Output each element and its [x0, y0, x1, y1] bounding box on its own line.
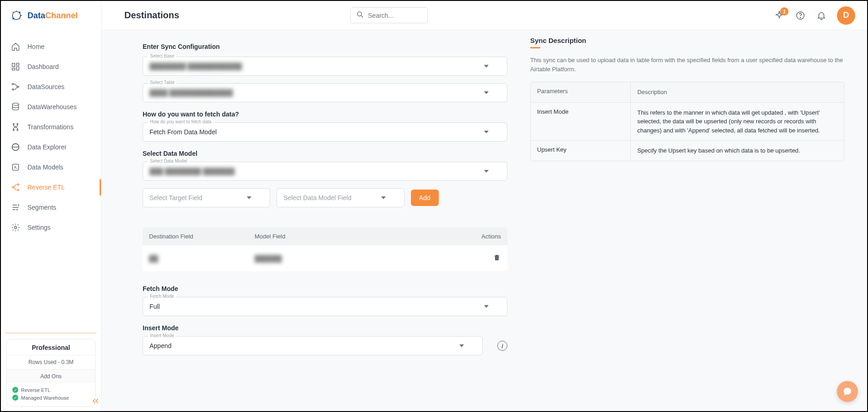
select-base[interactable]: ████████ ████████████: [143, 57, 507, 76]
title-underline: [530, 47, 540, 48]
col-model-field: Model Field: [255, 233, 464, 240]
select-table[interactable]: ████ ██████████████: [143, 83, 507, 102]
sidebar-item-home[interactable]: Home: [1, 37, 101, 57]
svg-point-25: [17, 209, 18, 210]
add-button[interactable]: Add: [411, 190, 439, 206]
svg-point-6: [21, 15, 21, 16]
insert-mode-title: Insert Mode: [143, 324, 507, 332]
sidebar-item-transformations[interactable]: Transformations: [1, 117, 101, 137]
plan-addons-list: ✓Reverse ETL ✓Managed Warehouse: [7, 383, 95, 406]
fetch-how-select[interactable]: Fetch From Data Model: [143, 122, 507, 142]
sidebar-item-label: Transformations: [27, 123, 74, 131]
svg-rect-8: [16, 63, 19, 65]
sidebar-item-settings[interactable]: Settings: [1, 217, 101, 238]
param-table-head: Parameters Description: [531, 82, 844, 103]
chat-button[interactable]: [837, 381, 858, 402]
chevron-down-icon: [484, 65, 489, 68]
logo-text: DataChannel: [27, 11, 78, 21]
sidebar-item-datasources[interactable]: DataSources: [1, 77, 101, 97]
field-mapping-row: Select Target Field Select Data Model Fi…: [143, 188, 507, 207]
search-input[interactable]: [368, 12, 422, 19]
mapping-table: Destination Field Model Field Actions ██…: [143, 227, 507, 271]
form-column: Enter Sync Configuration Select Base ███…: [101, 37, 530, 411]
svg-point-1: [12, 11, 14, 13]
cell-destination: ██: [149, 255, 255, 262]
info-icon[interactable]: i: [497, 341, 507, 351]
description-title: Sync Description: [530, 37, 844, 44]
select-target-field[interactable]: Select Target Field: [143, 188, 270, 207]
field-label: Insert Mode: [148, 333, 176, 338]
sidebar: DataChannel Home Dashboard DataSources D…: [1, 1, 101, 411]
chevron-down-icon: [459, 344, 464, 347]
dashboard-icon: [11, 62, 20, 71]
svg-rect-10: [12, 68, 15, 70]
addon-item: ✓Reverse ETL: [12, 386, 90, 394]
table-row: Upsert Key Specify the Upsert key based …: [531, 141, 844, 161]
mapping-table-head: Destination Field Model Field Actions: [143, 227, 507, 245]
select-data-model[interactable]: ███ ████████ ███████: [143, 162, 507, 181]
chevron-down-icon: [247, 196, 251, 199]
cell-model: ██████: [255, 255, 464, 262]
svg-point-26: [15, 227, 17, 229]
parameter-table: Parameters Description Insert Mode This …: [530, 82, 844, 161]
insert-mode-select[interactable]: Append: [143, 336, 483, 355]
section-title: Enter Sync Configuration: [143, 43, 507, 50]
trash-icon[interactable]: [493, 256, 501, 263]
help-icon[interactable]: [795, 10, 806, 21]
svg-point-14: [12, 103, 18, 106]
field-label: Select Base: [148, 53, 176, 58]
sidebar-item-dataexplorer[interactable]: Data Explorer: [1, 137, 101, 157]
svg-point-11: [12, 84, 14, 85]
bell-icon[interactable]: [816, 10, 827, 21]
search-icon: [356, 11, 364, 20]
sidebar-item-label: DataWarehouses: [27, 103, 77, 111]
field-label: How do you want to fetch data: [148, 119, 213, 124]
svg-point-24: [18, 205, 19, 206]
logo-icon: [9, 8, 24, 23]
select-model-field[interactable]: Select Data Model Field: [277, 188, 404, 207]
collapse-sidebar-button[interactable]: [89, 395, 102, 407]
reverse-etl-icon: [11, 183, 20, 192]
fetch-how-field: How do you want to fetch data Fetch From…: [143, 122, 507, 142]
sidebar-item-label: Home: [27, 43, 44, 50]
transformations-icon: [11, 122, 20, 132]
sidebar-item-datamodels[interactable]: Data Models: [1, 157, 101, 177]
param-head-parameters: Parameters: [531, 82, 631, 102]
col-actions: Actions: [464, 233, 501, 240]
warehouse-icon: [11, 102, 20, 111]
sidebar-item-label: Data Models: [27, 164, 64, 171]
svg-point-2: [19, 11, 21, 13]
svg-point-13: [17, 86, 19, 87]
explorer-icon: [11, 143, 20, 152]
sidebar-item-segments[interactable]: Segments: [1, 197, 101, 217]
sparkle-icon[interactable]: 1: [774, 10, 785, 21]
chevron-down-icon: [484, 131, 489, 133]
chevron-down-icon: [484, 91, 489, 94]
svg-point-4: [19, 18, 21, 20]
svg-point-27: [357, 12, 362, 16]
svg-point-5: [16, 10, 17, 11]
svg-point-21: [17, 184, 19, 185]
plan-rows: Rows Used - 0.3M: [7, 355, 95, 369]
search-input-wrap[interactable]: [350, 7, 428, 23]
select-data-model-field: Select Data Model ███ ████████ ███████: [143, 162, 507, 181]
field-label: Select Data Model: [148, 158, 189, 164]
insert-mode-field: Insert Mode Append: [143, 336, 483, 355]
param-name: Upsert Key: [531, 141, 631, 161]
notification-badge: 1: [780, 7, 788, 16]
sidebar-item-reverseetl[interactable]: Reverse ETL: [1, 177, 101, 197]
logo[interactable]: DataChannel: [1, 1, 101, 32]
svg-point-12: [12, 89, 14, 90]
sidebar-item-label: Reverse ETL: [27, 184, 65, 191]
svg-rect-9: [16, 67, 19, 70]
fetch-mode-title: Fetch Mode: [143, 285, 507, 292]
sidebar-item-dashboard[interactable]: Dashboard: [1, 57, 101, 77]
svg-rect-7: [12, 63, 15, 67]
check-icon: ✓: [12, 395, 18, 401]
sidebar-item-datawarehouses[interactable]: DataWarehouses: [1, 97, 101, 117]
param-head-description: Description: [631, 82, 844, 102]
avatar[interactable]: D: [837, 6, 855, 25]
addon-item: ✓Managed Warehouse: [12, 394, 90, 401]
fetch-mode-select[interactable]: Full: [143, 297, 507, 316]
plan-card: Professional Rows Used - 0.3M Add Ons ✓R…: [6, 339, 96, 407]
